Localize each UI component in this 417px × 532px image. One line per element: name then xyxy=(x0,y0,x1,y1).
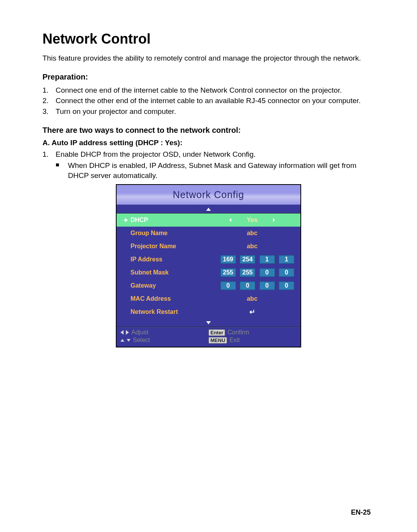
osd-label: Network Restart xyxy=(131,308,208,315)
way-a-sublist: ■When DHCP is enabled, IP Address, Subne… xyxy=(42,161,375,180)
ip-octet: 0 xyxy=(220,281,236,290)
chevron-down-icon xyxy=(206,321,211,324)
preparation-list: 1.Connect one end of the internet cable … xyxy=(42,85,375,117)
osd-row-gateway[interactable]: Gateway 0. 0. 0. 0 xyxy=(117,279,300,292)
sparkle-icon: ✦ xyxy=(120,217,131,224)
osd-label: IP Address xyxy=(131,256,208,263)
osd-label: Projector Name xyxy=(131,243,208,250)
ip-octet: 255 xyxy=(220,268,236,277)
enter-key-badge: Enter xyxy=(208,329,225,336)
way-a-heading: A. Auto IP address setting (DHCP : Yes): xyxy=(42,139,375,147)
osd-label: Gateway xyxy=(131,282,208,289)
chevron-right-icon xyxy=(126,330,129,335)
ip-octet: 0 xyxy=(279,281,294,290)
osd-hint-confirm: Enter Confirm xyxy=(208,329,297,336)
chevron-up-icon xyxy=(206,208,211,211)
osd-label: DHCP xyxy=(131,217,208,224)
osd-value: abc xyxy=(208,243,297,250)
osd-label: MAC Address xyxy=(131,295,208,302)
osd-scroll-down-row xyxy=(117,319,300,327)
ip-octet: 254 xyxy=(240,255,255,264)
osd-menu: Network Config ✦ DHCP Yes Group Name abc… xyxy=(116,184,301,347)
osd-label: Group Name xyxy=(131,230,208,237)
chevron-left-icon xyxy=(120,330,124,335)
osd-footer: Adjust Enter Confirm Select MENU Exit xyxy=(117,327,300,347)
osd-row-network-restart[interactable]: Network Restart ↵ xyxy=(117,305,300,319)
osd-value: abc xyxy=(208,230,297,237)
ip-octet: 1 xyxy=(279,255,294,264)
intro-text: This feature provides the ability to rem… xyxy=(42,53,375,63)
osd-hint-adjust: Adjust xyxy=(120,329,208,336)
way-a-list: 1.Enable DHCP from the projector OSD, un… xyxy=(42,149,375,159)
chevron-up-icon xyxy=(120,339,124,342)
ip-octet: 1 xyxy=(259,255,275,264)
ip-octet: 0 xyxy=(279,268,294,277)
osd-title-bar: Network Config xyxy=(117,185,300,205)
enter-icon: ↵ xyxy=(249,308,255,316)
page-title: Network Control xyxy=(42,31,375,47)
ip-octet: 169 xyxy=(220,255,236,264)
osd-title: Network Config xyxy=(173,189,244,200)
ip-octet: 0 xyxy=(259,268,275,277)
osd-row-group-name[interactable]: Group Name abc xyxy=(117,227,300,240)
chevron-right-icon[interactable] xyxy=(273,218,275,222)
preparation-heading: Preparation: xyxy=(42,73,375,81)
list-item: ■When DHCP is enabled, IP Address, Subne… xyxy=(56,161,375,180)
osd-hint-exit: MENU Exit xyxy=(208,337,297,344)
osd-label: Subnet Mask xyxy=(131,269,208,276)
list-item: 2.Connect the other end of the internet … xyxy=(42,96,375,106)
osd-scroll-up-row xyxy=(117,205,300,213)
osd-row-ip-address[interactable]: IP Address 169. 254. 1. 1 xyxy=(117,253,300,266)
osd-hint-select: Select xyxy=(120,337,208,344)
list-item: 1.Connect one end of the internet cable … xyxy=(42,85,375,95)
ip-octet: 0 xyxy=(240,281,255,290)
osd-row-projector-name[interactable]: Projector Name abc xyxy=(117,240,300,253)
list-item: 1.Enable DHCP from the projector OSD, un… xyxy=(42,149,375,159)
chevron-down-icon xyxy=(127,339,131,342)
ip-octet: 0 xyxy=(259,281,275,290)
menu-key-badge: MENU xyxy=(208,337,227,344)
ways-heading: There are two ways to connect to the net… xyxy=(42,126,375,135)
osd-row-dhcp[interactable]: ✦ DHCP Yes xyxy=(117,213,300,227)
osd-value: abc xyxy=(208,295,297,302)
list-item: 3.Turn on your projector and computer. xyxy=(42,107,375,117)
osd-row-mac-address[interactable]: MAC Address abc xyxy=(117,292,300,305)
osd-value: Yes xyxy=(247,217,258,224)
chevron-left-icon[interactable] xyxy=(229,218,231,222)
page-number: EN-25 xyxy=(351,508,371,517)
osd-row-subnet-mask[interactable]: Subnet Mask 255. 255. 0. 0 xyxy=(117,266,300,279)
ip-octet: 255 xyxy=(240,268,255,277)
